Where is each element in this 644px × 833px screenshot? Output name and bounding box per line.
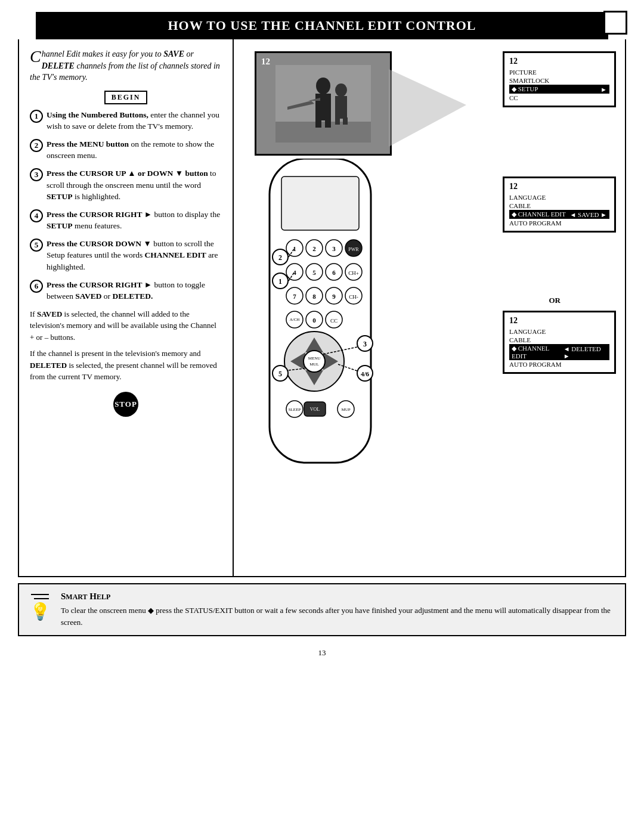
svg-text:1: 1 [293, 245, 296, 252]
svg-text:A/CH: A/CH [290, 317, 300, 322]
step-1-bold: Using the Numbered Buttons, [47, 110, 148, 119]
svg-text:MUP: MUP [341, 407, 350, 412]
svg-text:2: 2 [278, 253, 282, 262]
menu1-channel: 12 [509, 57, 609, 66]
tv-channel-number: 12 [261, 57, 270, 67]
menu1-item-cc: CC [509, 94, 609, 102]
decoration-lines-icon [31, 592, 49, 603]
svg-text:MENU: MENU [308, 356, 321, 361]
smart-help-title: SMART HELP [61, 592, 616, 602]
step-6-content: Press the CURSOR RIGHT ► button to toggl… [47, 279, 222, 302]
svg-point-2 [316, 78, 330, 94]
menu2-channel-edit-value: ◄ SAVED ► [569, 211, 607, 218]
tv-image [275, 65, 371, 143]
svg-rect-7 [335, 96, 347, 119]
svg-rect-5 [325, 119, 331, 128]
step-2-bold: Press the MENU button [47, 140, 129, 148]
begin-label: BEGIN [104, 91, 148, 104]
menu3-item-language: LANGUAGE [509, 327, 609, 336]
menu2-item-channel-edit-highlighted: ◆ CHANNEL EDIT ◄ SAVED ► [509, 210, 609, 219]
step-4-content: Press the CURSOR RIGHT ► button to displ… [47, 209, 222, 232]
main-content: Channel Edit makes it easy for you to SA… [18, 39, 626, 577]
svg-rect-1 [275, 122, 371, 143]
or-label: OR [549, 296, 561, 305]
drop-cap: C [30, 48, 41, 65]
svg-text:2: 2 [312, 245, 316, 252]
smart-help-box: 💡 SMART HELP To clear the onscreen menu … [18, 583, 626, 636]
svg-text:PWR: PWR [348, 247, 359, 252]
step-6: 6 Press the CURSOR RIGHT ► button to tog… [30, 279, 222, 302]
step-2: 2 Press the MENU button on the remote to… [30, 138, 222, 162]
stop-box: STOP [30, 392, 222, 417]
svg-text:1: 1 [278, 277, 282, 286]
step-6-number: 6 [30, 280, 43, 293]
svg-text:5: 5 [278, 370, 282, 378]
menu2-channel: 12 [509, 182, 609, 191]
menu-screen-3: 12 LANGUAGE CABLE ◆ CHANNEL EDIT ◄ DELET… [503, 311, 616, 374]
tv-screen: 12 [255, 51, 392, 156]
smart-help-text: To clear the onscreen menu ◆ press the S… [61, 605, 616, 628]
menu1-item-smartlock: SMARTLOCK [509, 76, 609, 85]
menu2-item-language: LANGUAGE [509, 193, 609, 202]
right-panel: 12 [234, 39, 625, 576]
svg-rect-4 [315, 119, 321, 128]
intro-text: Channel Edit makes it easy for you to SA… [30, 48, 222, 83]
step-4-bold: Press the CURSOR RIGHT ► [47, 210, 152, 219]
menu2-item-cable: CABLE [509, 202, 609, 210]
svg-text:4: 4 [293, 269, 296, 276]
svg-text:CH-: CH- [349, 294, 358, 300]
header-corner-box [603, 11, 627, 35]
remote-svg: 1 2 3 PWR 4 5 6 CH+ 7 [252, 159, 395, 481]
menu3-channel-edit-value: ◄ DELETED ► [564, 345, 607, 360]
smart-help-icon-area: 💡 [28, 592, 52, 620]
step-5-bold: Press the CURSOR DOWN ▼ [47, 239, 151, 248]
step-5-number: 5 [30, 239, 43, 252]
step-4: 4 Press the CURSOR RIGHT ► button to dis… [30, 209, 222, 232]
status-exit-arrow: ◆ [148, 606, 154, 615]
svg-text:CH+: CH+ [348, 270, 359, 276]
svg-text:0: 0 [312, 317, 316, 324]
smart-help-content: SMART HELP To clear the onscreen menu ◆ … [61, 592, 616, 628]
stop-label: STOP [113, 392, 138, 417]
svg-text:7: 7 [293, 293, 296, 300]
step-1: 1 Using the Numbered Buttons, enter the … [30, 109, 222, 132]
page-num-text: 13 [318, 648, 326, 657]
step-2-content: Press the MENU button on the remote to s… [47, 138, 222, 162]
step-1-number: 1 [30, 110, 43, 123]
step-2-number: 2 [30, 139, 43, 152]
svg-rect-8 [335, 117, 340, 125]
menu1-setup-label: ◆ SETUP [512, 85, 538, 93]
menu2-channel-edit-label: ◆ CHANNEL EDIT [512, 210, 566, 218]
menu2-item-auto-program: AUTO PROGRAM [509, 219, 609, 227]
svg-text:8: 8 [312, 293, 316, 300]
svg-point-6 [335, 83, 347, 97]
step-1-content: Using the Numbered Buttons, enter the ch… [47, 109, 222, 132]
menu-screen-1: 12 PICTURE SMARTLOCK ◆ SETUP ► CC [503, 51, 616, 107]
svg-text:SLEEP: SLEEP [289, 407, 301, 412]
menu1-setup-arrow: ► [600, 86, 607, 93]
page-number: 13 [0, 642, 644, 664]
menu3-item-cable: CABLE [509, 336, 609, 344]
svg-rect-14 [281, 176, 359, 230]
menu1-item-picture: PICTURE [509, 68, 609, 76]
menu3-channel: 12 [509, 316, 609, 326]
projection-beam [389, 57, 466, 153]
svg-text:VOL: VOL [310, 407, 320, 412]
menu3-channel-edit-label: ◆ CHANNEL EDIT [512, 345, 564, 360]
step-3-number: 3 [30, 168, 43, 181]
svg-text:CC: CC [330, 318, 338, 324]
svg-rect-9 [343, 117, 348, 125]
saved-paragraph: If SAVED is selected, the channel will a… [30, 308, 222, 343]
menu-screen-2: 12 LANGUAGE CABLE ◆ CHANNEL EDIT ◄ SAVED… [503, 176, 616, 233]
intro-body: hannel Edit makes it easy for you to SAV… [30, 49, 220, 82]
menu1-item-setup-highlighted: ◆ SETUP ► [509, 85, 609, 94]
menu3-item-auto-program: AUTO PROGRAM [509, 360, 609, 368]
step-5-content: Press the CURSOR DOWN ▼ button to scroll… [47, 238, 222, 273]
svg-text:9: 9 [332, 293, 336, 300]
step-5: 5 Press the CURSOR DOWN ▼ button to scro… [30, 238, 222, 273]
svg-point-50 [304, 351, 325, 372]
svg-text:5: 5 [312, 269, 316, 276]
deleted-paragraph: If the channel is present in the televis… [30, 348, 222, 383]
step-6-bold: Press the CURSOR RIGHT ► [47, 280, 152, 289]
step-3-content: Press the CURSOR UP ▲ or DOWN ▼ button t… [47, 168, 222, 203]
